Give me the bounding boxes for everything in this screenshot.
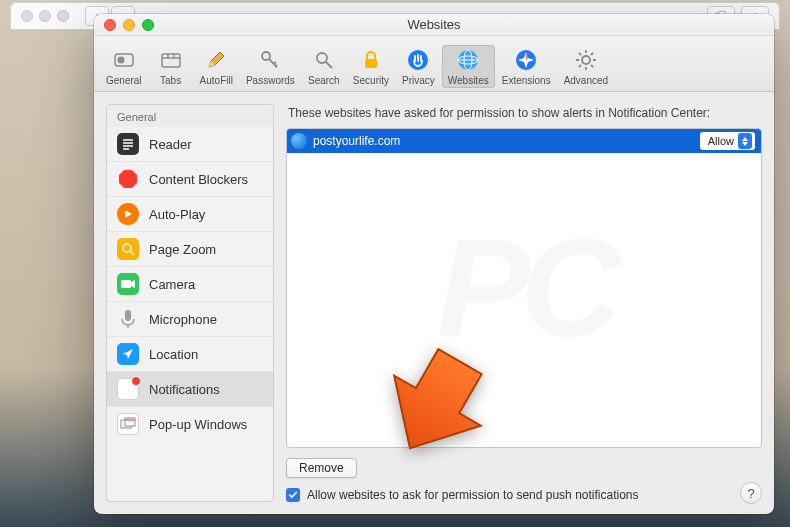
pencil-icon xyxy=(203,47,229,73)
outer-max-dot xyxy=(57,10,69,22)
tab-label: General xyxy=(106,75,142,86)
sidebar-item-label: Auto-Play xyxy=(149,207,205,222)
panel-description: These websites have asked for permission… xyxy=(288,106,762,120)
website-list[interactable]: PC postyourlife.com Allow xyxy=(286,128,762,448)
sidebar-item-label: Page Zoom xyxy=(149,242,216,257)
svg-rect-4 xyxy=(162,54,180,67)
permission-dropdown[interactable]: Allow xyxy=(700,132,755,150)
zoom-window-button[interactable] xyxy=(142,19,154,31)
lock-icon xyxy=(358,47,384,73)
sidebar-item-microphone[interactable]: Microphone xyxy=(107,302,273,337)
tab-extensions[interactable]: Extensions xyxy=(496,45,557,88)
sidebar-item-popup[interactable]: Pop-up Windows xyxy=(107,407,273,441)
sidebar-item-label: Microphone xyxy=(149,312,217,327)
tab-label: Privacy xyxy=(402,75,435,86)
preferences-toolbar: General Tabs AutoFill Passwords Search S… xyxy=(94,36,774,92)
svg-point-18 xyxy=(582,56,590,64)
outer-min-dot xyxy=(39,10,51,22)
sidebar-item-label: Reader xyxy=(149,137,192,152)
sidebar-item-label: Pop-up Windows xyxy=(149,417,247,432)
tab-security[interactable]: Security xyxy=(347,45,395,88)
svg-marker-31 xyxy=(119,170,137,188)
tab-label: Search xyxy=(308,75,340,86)
svg-rect-11 xyxy=(365,59,377,68)
svg-line-25 xyxy=(579,65,581,67)
chevron-updown-icon xyxy=(738,133,752,149)
sidebar-item-label: Camera xyxy=(149,277,195,292)
tab-general[interactable]: General xyxy=(100,45,148,88)
zoom-icon xyxy=(117,238,139,260)
svg-rect-40 xyxy=(125,418,135,426)
minimize-window-button[interactable] xyxy=(123,19,135,31)
tabs-icon xyxy=(158,47,184,73)
remove-button[interactable]: Remove xyxy=(286,458,357,478)
svg-point-3 xyxy=(117,57,124,64)
svg-point-33 xyxy=(123,244,131,252)
camera-icon xyxy=(117,273,139,295)
close-window-button[interactable] xyxy=(104,19,116,31)
sidebar-item-camera[interactable]: Camera xyxy=(107,267,273,302)
tab-label: Passwords xyxy=(246,75,295,86)
key-icon xyxy=(257,47,283,73)
stop-icon xyxy=(117,168,139,190)
outer-close-dot xyxy=(21,10,33,22)
tab-label: AutoFill xyxy=(200,75,233,86)
svg-rect-35 xyxy=(121,280,131,288)
titlebar: Websites xyxy=(94,14,774,36)
sidebar-item-label: Location xyxy=(149,347,198,362)
sidebar-item-content-blockers[interactable]: Content Blockers xyxy=(107,162,273,197)
sidebar-header: General xyxy=(107,105,273,127)
tab-tabs[interactable]: Tabs xyxy=(149,45,193,88)
website-row[interactable]: postyourlife.com Allow xyxy=(287,129,761,153)
watermark: PC xyxy=(287,129,761,447)
svg-marker-32 xyxy=(125,210,132,218)
sidebar-item-auto-play[interactable]: Auto-Play xyxy=(107,197,273,232)
tab-label: Websites xyxy=(448,75,489,86)
play-icon xyxy=(117,203,139,225)
popup-icon xyxy=(117,413,139,435)
tab-privacy[interactable]: Privacy xyxy=(396,45,441,88)
location-icon xyxy=(117,343,139,365)
tab-label: Extensions xyxy=(502,75,551,86)
sidebar-item-page-zoom[interactable]: Page Zoom xyxy=(107,232,273,267)
sidebar-item-notifications[interactable]: Notifications xyxy=(107,372,273,407)
notification-icon xyxy=(117,378,139,400)
svg-point-9 xyxy=(317,53,327,63)
preferences-window: Websites General Tabs AutoFill Passwords… xyxy=(94,14,774,514)
hand-icon xyxy=(405,47,431,73)
compass-icon xyxy=(513,47,539,73)
svg-rect-37 xyxy=(125,310,131,321)
tab-autofill[interactable]: AutoFill xyxy=(194,45,239,88)
sidebar-item-location[interactable]: Location xyxy=(107,337,273,372)
main-panel: These websites have asked for permission… xyxy=(286,104,762,502)
svg-marker-36 xyxy=(131,280,135,288)
allow-push-checkbox-row[interactable]: Allow websites to ask for permission to … xyxy=(286,488,762,502)
permission-value: Allow xyxy=(708,135,734,147)
tab-label: Security xyxy=(353,75,389,86)
tab-label: Advanced xyxy=(564,75,608,86)
sidebar-item-label: Notifications xyxy=(149,382,220,397)
checkbox-label: Allow websites to ask for permission to … xyxy=(307,488,639,502)
tab-label: Tabs xyxy=(160,75,181,86)
website-name: postyourlife.com xyxy=(313,134,694,148)
notification-badge-icon xyxy=(131,376,141,386)
svg-line-10 xyxy=(326,62,332,68)
sidebar-item-reader[interactable]: Reader xyxy=(107,127,273,162)
checkbox-checked-icon[interactable] xyxy=(286,488,300,502)
gear-icon xyxy=(573,47,599,73)
globe-icon xyxy=(455,47,481,73)
tab-passwords[interactable]: Passwords xyxy=(240,45,301,88)
tab-advanced[interactable]: Advanced xyxy=(558,45,614,88)
tab-search[interactable]: Search xyxy=(302,45,346,88)
reader-icon xyxy=(117,133,139,155)
globe-icon xyxy=(291,133,307,149)
svg-line-34 xyxy=(130,251,134,255)
sidebar-item-label: Content Blockers xyxy=(149,172,248,187)
help-button[interactable]: ? xyxy=(740,482,762,504)
search-icon xyxy=(311,47,337,73)
settings-sidebar: General Reader Content Blockers Auto-Pla… xyxy=(106,104,274,502)
tab-websites[interactable]: Websites xyxy=(442,45,495,88)
switch-icon xyxy=(111,47,137,73)
microphone-icon xyxy=(117,308,139,330)
svg-line-24 xyxy=(591,65,593,67)
